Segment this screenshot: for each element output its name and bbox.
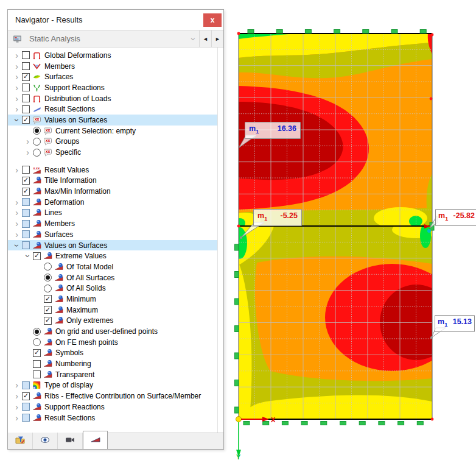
- chevron-right-icon[interactable]: ›: [23, 138, 33, 145]
- radio-button[interactable]: [44, 274, 52, 281]
- chevron-right-icon[interactable]: ›: [12, 392, 22, 400]
- chevron-right-icon[interactable]: ›: [12, 199, 22, 206]
- checkbox[interactable]: [22, 403, 30, 411]
- checkbox[interactable]: [22, 51, 30, 59]
- value-label-min-line-left[interactable]: m1 -5.25: [253, 209, 302, 226]
- checkbox[interactable]: [22, 73, 30, 81]
- chevron-right-icon[interactable]: ›: [12, 166, 22, 174]
- tree-row[interactable]: ›x.xxResult Values: [8, 165, 217, 175]
- tree-row[interactable]: On grid and user-defined points: [8, 326, 217, 337]
- tree-row[interactable]: ›Ribs - Effective Contribution on Surfac…: [8, 391, 217, 402]
- chevron-right-icon[interactable]: ›: [12, 231, 22, 238]
- tree-row[interactable]: ›Result Sections: [8, 104, 217, 115]
- checkbox[interactable]: [22, 220, 30, 228]
- checkbox[interactable]: [22, 414, 30, 422]
- tree-row[interactable]: ›Support Reactions: [8, 82, 217, 93]
- prev-analysis-button[interactable]: ◄: [199, 30, 211, 47]
- checkbox[interactable]: [22, 188, 30, 196]
- close-button[interactable]: x: [203, 13, 222, 27]
- checkbox[interactable]: [22, 166, 30, 174]
- contour-plot-canvas[interactable]: X Y: [234, 24, 476, 460]
- chevron-right-icon[interactable]: ›: [12, 63, 22, 70]
- checkbox[interactable]: [22, 116, 30, 124]
- tree-row[interactable]: xxCurrent Selection: empty: [8, 126, 217, 136]
- radio-button[interactable]: [33, 127, 41, 135]
- checkbox[interactable]: [44, 317, 52, 325]
- chevron-right-icon[interactable]: ›: [12, 105, 22, 113]
- checkbox[interactable]: [33, 349, 41, 357]
- tree-row[interactable]: Numbering: [8, 358, 217, 369]
- checkbox[interactable]: [33, 252, 41, 260]
- tree-row[interactable]: Only extremes: [8, 316, 217, 327]
- checkbox[interactable]: [22, 62, 30, 70]
- checkbox[interactable]: [22, 392, 30, 400]
- tree-row[interactable]: Transparent: [8, 369, 217, 380]
- radio-button[interactable]: [33, 138, 41, 146]
- chevron-down-icon[interactable]: ›: [13, 240, 21, 250]
- tree-row[interactable]: Of Total Model: [8, 261, 217, 272]
- checkbox[interactable]: [22, 83, 30, 91]
- checkbox[interactable]: [22, 209, 30, 217]
- checkbox[interactable]: [22, 230, 30, 238]
- tab-views-navigator[interactable]: [58, 433, 83, 449]
- tree-row[interactable]: ›Global Deformations: [8, 50, 217, 61]
- analysis-selector[interactable]: Static Analysis › ◄ ►: [8, 30, 223, 48]
- chevron-right-icon[interactable]: ›: [12, 52, 22, 59]
- radio-button[interactable]: [33, 338, 41, 346]
- chevron-right-icon[interactable]: ›: [12, 414, 22, 422]
- checkbox[interactable]: [33, 360, 41, 368]
- tab-data-navigator[interactable]: [8, 433, 33, 449]
- chevron-down-icon[interactable]: ›: [13, 115, 21, 125]
- radio-button[interactable]: [44, 285, 52, 292]
- chevron-right-icon[interactable]: ›: [23, 149, 33, 156]
- tree-row[interactable]: ›Values on Surfaces: [8, 240, 217, 251]
- tree-row[interactable]: Title Information: [8, 175, 217, 186]
- chevron-right-icon[interactable]: ›: [12, 73, 22, 80]
- tree-row[interactable]: On FE mesh points: [8, 337, 217, 348]
- chevron-right-icon[interactable]: ›: [12, 220, 22, 227]
- checkbox[interactable]: [22, 94, 30, 102]
- tree-row[interactable]: Maximum: [8, 305, 217, 316]
- panel-titlebar[interactable]: Navigator - Results x: [8, 10, 223, 30]
- tree-row[interactable]: ›Type of display: [8, 380, 217, 391]
- tree-row[interactable]: ›Members: [8, 61, 217, 72]
- tree-row[interactable]: Of All Solids: [8, 283, 217, 294]
- checkbox[interactable]: [22, 381, 30, 389]
- checkbox[interactable]: [44, 306, 52, 314]
- tree-row[interactable]: ›Support Reactions: [8, 402, 217, 412]
- surface-bottom[interactable]: [234, 221, 459, 419]
- value-label-max-top[interactable]: m1 16.36: [245, 122, 301, 139]
- tab-results-navigator[interactable]: [83, 431, 108, 449]
- tree-row[interactable]: ›Members: [8, 218, 217, 229]
- tree-row[interactable]: ›xxGroups: [8, 136, 217, 147]
- tree-row[interactable]: ›Deformation: [8, 197, 217, 208]
- tree-row[interactable]: ›Lines: [8, 208, 217, 219]
- tree-row[interactable]: ›Surfaces: [8, 229, 217, 240]
- tab-display-navigator[interactable]: [33, 433, 58, 449]
- radio-button[interactable]: [44, 263, 52, 271]
- value-label-max-bottom[interactable]: m1 15.13: [435, 315, 475, 332]
- next-analysis-button[interactable]: ►: [211, 30, 223, 47]
- tree-row[interactable]: ›Extreme Values: [8, 250, 217, 261]
- tree-row[interactable]: Of All Surfaces: [8, 272, 217, 283]
- radio-button[interactable]: [33, 328, 41, 336]
- value-label-min-line-right[interactable]: m1 -25.82: [435, 209, 476, 226]
- chevron-right-icon[interactable]: ›: [12, 403, 22, 411]
- tree-row[interactable]: ›Distribution of Loads: [8, 93, 217, 104]
- checkbox[interactable]: [22, 198, 30, 206]
- chevron-right-icon[interactable]: ›: [12, 84, 22, 91]
- chevron-down-icon[interactable]: ›: [24, 251, 32, 261]
- checkbox[interactable]: [22, 241, 30, 249]
- checkbox[interactable]: [33, 370, 41, 378]
- chevron-right-icon[interactable]: ›: [12, 381, 22, 389]
- tree-row[interactable]: Max/Min Information: [8, 186, 217, 197]
- checkbox[interactable]: [44, 295, 52, 303]
- tree-row[interactable]: ›Surfaces: [8, 71, 217, 82]
- checkbox[interactable]: [22, 177, 30, 185]
- tree-row[interactable]: ›xxSpecific: [8, 147, 217, 158]
- tree-row[interactable]: ›Result Sections: [8, 412, 217, 423]
- tree-row[interactable]: ›xxValues on Surfaces: [8, 115, 217, 126]
- tree-row[interactable]: Minimum: [8, 294, 217, 305]
- chevron-right-icon[interactable]: ›: [12, 95, 22, 102]
- tree-row[interactable]: Symbols: [8, 348, 217, 359]
